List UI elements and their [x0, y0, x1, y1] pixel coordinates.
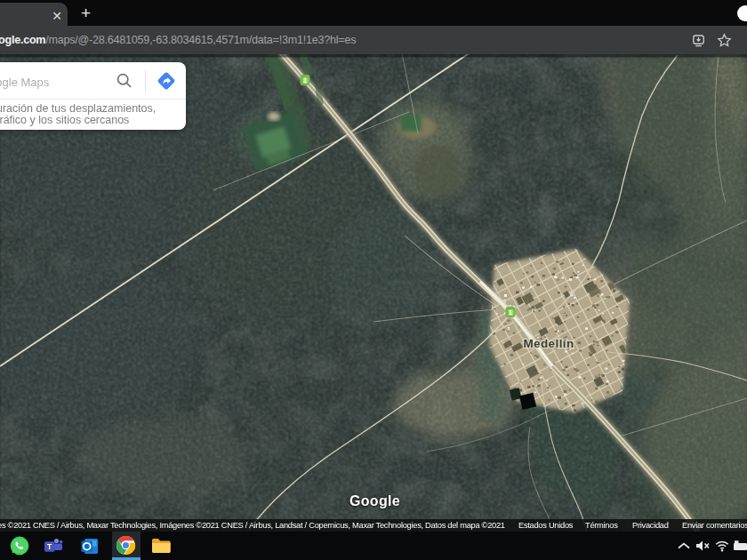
svg-text:1: 1 [509, 308, 513, 316]
svg-text:1: 1 [303, 76, 308, 84]
svg-text:T: T [47, 542, 52, 551]
svg-text:Medellín: Medellín [523, 337, 574, 350]
